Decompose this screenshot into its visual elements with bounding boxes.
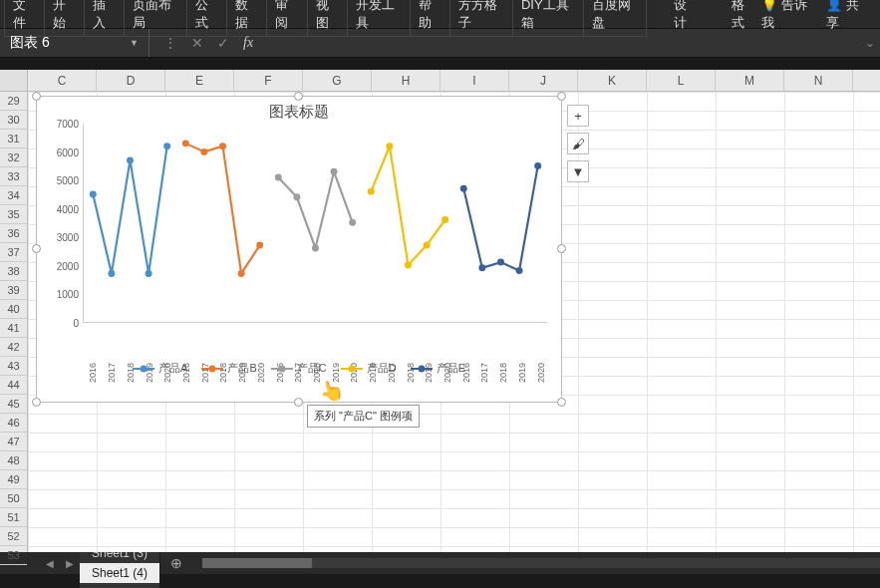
row-header[interactable]: 39 (0, 281, 27, 300)
row-header[interactable]: 52 (0, 527, 27, 546)
column-header[interactable]: G (303, 70, 372, 91)
expand-formula-icon[interactable]: ⌄ (860, 36, 880, 50)
row-header[interactable]: 44 (0, 376, 27, 395)
resize-handle[interactable] (294, 92, 303, 101)
row-header[interactable]: 45 (0, 395, 27, 414)
row-header[interactable]: 29 (0, 92, 27, 111)
tab-view[interactable]: 视图 (307, 0, 348, 37)
tab-formulas[interactable]: 公式 (186, 0, 227, 37)
tab-ffgz[interactable]: 方方格子 (449, 0, 513, 37)
person-icon: 👤 (826, 0, 842, 12)
tab-nav-next[interactable]: ▶ (60, 558, 80, 569)
tab-data[interactable]: 数据 (226, 0, 267, 37)
resize-handle[interactable] (557, 244, 566, 253)
legend-tooltip: 系列 "产品C" 图例项 (307, 405, 420, 428)
column-header[interactable]: F (234, 70, 303, 91)
brush-icon: 🖌 (572, 137, 585, 151)
resize-handle[interactable] (557, 398, 566, 407)
column-header[interactable]: D (97, 70, 165, 91)
row-header[interactable]: 30 (0, 111, 27, 130)
row-header[interactable]: 34 (0, 186, 27, 205)
resize-handle[interactable] (32, 244, 41, 253)
chart-series[interactable] (84, 124, 547, 322)
row-header[interactable]: 41 (0, 319, 27, 338)
row-header[interactable]: 37 (0, 243, 27, 262)
resize-handle[interactable] (32, 92, 41, 101)
column-header[interactable]: E (165, 70, 234, 91)
row-header[interactable]: 31 (0, 130, 27, 148)
add-sheet-button[interactable]: ⊕ (160, 555, 192, 571)
y-axis: 01000200030004000500060007000 (43, 124, 79, 323)
chart-side-buttons: + 🖌 ▼ (567, 105, 589, 182)
ribbon: 文件 开始 插入 页面布局 公式 数据 审阅 视图 开发工具 帮助 方方格子 D… (0, 0, 880, 28)
horizontal-scrollbar[interactable] (192, 558, 880, 568)
chart-title[interactable]: 图表标题 (37, 97, 561, 124)
tab-nav-prev[interactable]: ◀ (40, 558, 60, 569)
resize-handle[interactable] (294, 398, 303, 407)
resize-handle[interactable] (32, 398, 41, 407)
confirm-icon[interactable]: ✓ (217, 35, 229, 51)
chart-filter-button[interactable]: ▼ (567, 160, 589, 182)
row-header[interactable]: 42 (0, 338, 27, 357)
worksheet: 2930313233343536373839404142434445464748… (0, 70, 880, 552)
column-header[interactable]: C (28, 70, 97, 91)
chart-object[interactable]: 图表标题 01000200030004000500060007000 20162… (36, 96, 562, 403)
row-header[interactable]: 47 (0, 433, 27, 451)
row-header[interactable]: 38 (0, 262, 27, 281)
dots-icon[interactable]: ⋮ (163, 35, 177, 51)
row-header[interactable]: 35 (0, 205, 27, 224)
row-header[interactable]: 53 (0, 546, 27, 565)
row-header[interactable]: 40 (0, 300, 27, 319)
tab-help[interactable]: 帮助 (410, 0, 450, 37)
x-axis: 2016201720182019202020162017201820192020… (83, 345, 547, 375)
row-header[interactable]: 32 (0, 148, 27, 167)
tab-baidu[interactable]: 百度网盘 (583, 0, 647, 37)
column-header[interactable]: I (440, 70, 509, 91)
tell-me[interactable]: 💡 告诉我 (761, 0, 812, 32)
tab-design[interactable]: 设计 (666, 0, 705, 36)
column-header[interactable]: M (716, 70, 784, 91)
column-headers: CDEFGHIJKLMN (28, 70, 880, 92)
plot-area[interactable]: 01000200030004000500060007000 2016201720… (83, 124, 547, 343)
funnel-icon: ▼ (572, 164, 585, 179)
lightbulb-icon: 💡 (761, 0, 777, 12)
row-header[interactable]: 33 (0, 167, 27, 186)
row-headers: 2930313233343536373839404142434445464748… (0, 70, 28, 552)
row-header[interactable]: 43 (0, 357, 27, 376)
cancel-icon[interactable]: ✕ (191, 35, 203, 51)
resize-handle[interactable] (557, 92, 566, 101)
column-header[interactable]: K (578, 70, 647, 91)
row-header[interactable]: 48 (0, 451, 27, 470)
row-header[interactable]: 50 (0, 489, 27, 508)
column-header[interactable]: H (372, 70, 440, 91)
row-header[interactable]: 36 (0, 224, 27, 243)
chart-elements-button[interactable]: + (567, 105, 589, 127)
tab-review[interactable]: 审阅 (266, 0, 307, 37)
name-box[interactable]: 图表 6▼ (0, 29, 149, 57)
tab-format[interactable]: 格式 (724, 0, 762, 36)
column-header[interactable]: J (509, 70, 578, 91)
sheet-tab[interactable]: Sheet1 (2) (80, 583, 160, 588)
sheet-tab[interactable]: Sheet1 (4) (80, 563, 160, 583)
select-all-corner[interactable] (0, 70, 27, 92)
column-header[interactable]: L (647, 70, 716, 91)
tab-devtools[interactable]: 开发工具 (347, 0, 411, 37)
tab-diy[interactable]: DIY工具箱 (512, 0, 584, 37)
cell-grid[interactable]: 图表标题 01000200030004000500060007000 20162… (28, 92, 880, 552)
column-header[interactable]: N (784, 70, 853, 91)
row-header[interactable]: 49 (0, 470, 27, 489)
share-button[interactable]: 👤 共享 (826, 0, 866, 32)
row-header[interactable]: 51 (0, 508, 27, 527)
chevron-down-icon: ▼ (130, 38, 139, 48)
sheet-tab-bar: ◀ ▶ Sheet1Sheet1 (3)Sheet1 (4)Sheet1 (2)… (0, 552, 880, 574)
row-header[interactable]: 46 (0, 414, 27, 433)
chart-styles-button[interactable]: 🖌 (567, 133, 589, 154)
fx-icon[interactable]: fx (243, 35, 253, 51)
